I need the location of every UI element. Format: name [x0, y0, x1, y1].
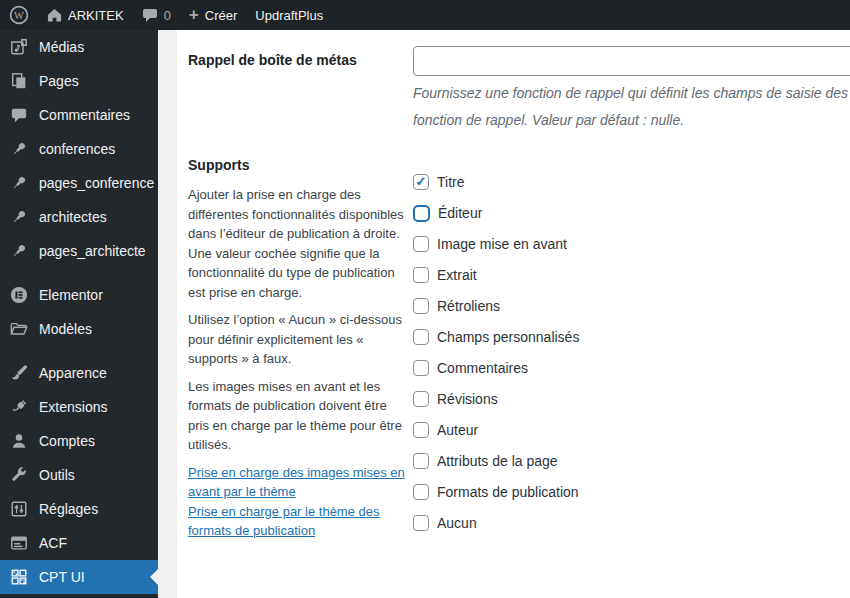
option-label: Champs personnalisés — [437, 329, 579, 345]
sidebar-item-label: Médias — [39, 39, 84, 55]
comment-bubble-icon — [142, 7, 158, 23]
option-label: Rétroliens — [437, 298, 500, 314]
sidebar-item-label: Modèles — [39, 321, 92, 337]
checkbox-revisions[interactable] — [413, 391, 429, 407]
home-icon — [47, 8, 62, 23]
appearance-brush-icon — [9, 363, 29, 383]
option-label: Image mise en avant — [437, 236, 567, 252]
checkbox-editeur[interactable] — [413, 205, 430, 222]
plus-icon: + — [189, 6, 199, 23]
sidebar-item-commentaires[interactable]: Commentaires — [0, 98, 158, 132]
pushpin-icon — [9, 139, 29, 159]
option-label: Commentaires — [437, 360, 528, 376]
sidebar-item-label: pages_conference — [39, 175, 154, 191]
option-label: Éditeur — [438, 205, 482, 221]
supports-help-paragraph: Les images mises en avant et les formats… — [188, 377, 406, 455]
sidebar-item-reglages[interactable]: Réglages — [0, 492, 158, 526]
sidebar-item-pages-conference[interactable]: pages_conference — [0, 166, 158, 200]
comments-count: 0 — [164, 8, 171, 23]
support-option-editeur[interactable]: Éditeur — [413, 204, 579, 222]
sidebar-item-pages[interactable]: Pages — [0, 64, 158, 98]
elementor-icon — [9, 285, 29, 305]
sidebar-item-label: conferences — [39, 141, 115, 157]
option-label: Formats de publication — [437, 484, 579, 500]
sidebar-item-label: Extensions — [39, 399, 107, 415]
sidebar-item-outils[interactable]: Outils — [0, 458, 158, 492]
checkbox-formats-de-publication[interactable] — [413, 484, 429, 500]
sidebar-item-architectes[interactable]: architectes — [0, 200, 158, 234]
support-option-retroliens[interactable]: Rétroliens — [413, 297, 579, 315]
supports-help-text: Ajouter la prise en charge des différent… — [188, 185, 406, 541]
checkbox-aucun[interactable] — [413, 515, 429, 531]
pushpin-icon — [9, 207, 29, 227]
sidebar-item-pages-architecte[interactable]: pages_architecte — [0, 234, 158, 268]
cptui-grid-icon — [9, 567, 29, 587]
sidebar-item-modeles[interactable]: Modèles — [0, 312, 158, 346]
sidebar-item-label: ACF — [39, 535, 67, 551]
sidebar-item-cpt-ui[interactable]: CPT UI — [0, 560, 158, 594]
sidebar-item-label: Elementor — [39, 287, 103, 303]
checkbox-extrait[interactable] — [413, 267, 429, 283]
wordpress-logo-icon: W — [9, 5, 29, 25]
settings-panel: Rappel de boîte de métas Fournissez une … — [177, 30, 850, 598]
checkbox-commentaires[interactable] — [413, 360, 429, 376]
metabox-callback-label: Rappel de boîte de métas — [188, 52, 408, 68]
plugins-icon — [9, 397, 29, 417]
sidebar-item-label: Apparence — [39, 365, 107, 381]
sidebar-item-label: Réglages — [39, 501, 98, 517]
sidebar-item-label: Commentaires — [39, 107, 130, 123]
sidebar-item-label: architectes — [39, 209, 107, 225]
site-name-menu[interactable]: ARKITEK — [38, 0, 133, 30]
sidebar-item-extensions[interactable]: Extensions — [0, 390, 158, 424]
checkbox-champs-personnalises[interactable] — [413, 329, 429, 345]
support-option-image-mise-en-avant[interactable]: Image mise en avant — [413, 235, 579, 253]
svg-text:W: W — [14, 10, 24, 21]
checkbox-retroliens[interactable] — [413, 298, 429, 314]
support-option-extrait[interactable]: Extrait — [413, 266, 579, 284]
pages-icon — [9, 71, 29, 91]
pushpin-icon — [9, 241, 29, 261]
updraftplus-menu[interactable]: UpdraftPlus — [246, 0, 332, 30]
checkbox-image-mise-en-avant[interactable] — [413, 236, 429, 252]
support-option-titre[interactable]: Titre — [413, 173, 579, 191]
sidebar-item-label: Outils — [39, 467, 75, 483]
metabox-callback-input[interactable] — [413, 46, 850, 76]
users-icon — [9, 431, 29, 451]
sidebar-item-label: Pages — [39, 73, 79, 89]
sidebar-item-apparence[interactable]: Apparence — [0, 356, 158, 390]
sidebar-item-medias[interactable]: Médias — [0, 30, 158, 64]
support-option-commentaires[interactable]: Commentaires — [413, 359, 579, 377]
sidebar-item-elementor[interactable]: Elementor — [0, 278, 158, 312]
comments-menu[interactable]: 0 — [133, 0, 180, 30]
comments-icon — [9, 105, 29, 125]
wordpress-logo-menu[interactable]: W — [0, 0, 38, 30]
featured-image-support-link[interactable]: Prise en charge des images mises en avan… — [188, 463, 406, 502]
support-option-formats-de-publication[interactable]: Formats de publication — [413, 483, 579, 501]
sidebar-item-acf[interactable]: ACF — [0, 526, 158, 560]
support-option-revisions[interactable]: Révisions — [413, 390, 579, 408]
sidebar-item-conferences[interactable]: conferences — [0, 132, 158, 166]
new-content-label: Créer — [205, 8, 238, 23]
sidebar-item-label: CPT UI — [39, 569, 85, 585]
checkbox-attributs-de-la-page[interactable] — [413, 453, 429, 469]
support-option-auteur[interactable]: Auteur — [413, 421, 579, 439]
checkbox-titre[interactable] — [413, 174, 429, 190]
support-option-attributs-de-la-page[interactable]: Attributs de la page — [413, 452, 579, 470]
pushpin-icon — [9, 173, 29, 193]
checkbox-auteur[interactable] — [413, 422, 429, 438]
support-option-aucun[interactable]: Aucun — [413, 514, 579, 532]
sidebar-item-label: Comptes — [39, 433, 95, 449]
settings-sliders-icon — [9, 499, 29, 519]
option-label: Extrait — [437, 267, 477, 283]
post-formats-support-link[interactable]: Prise en charge par le thème des formats… — [188, 502, 406, 541]
new-content-menu[interactable]: + Créer — [180, 0, 246, 30]
templates-folder-icon — [9, 319, 29, 339]
sidebar-item-comptes[interactable]: Comptes — [0, 424, 158, 458]
media-icon — [9, 37, 29, 57]
sidebar-content-gutter — [158, 30, 177, 598]
option-label: Aucun — [437, 515, 477, 531]
acf-icon — [9, 533, 29, 553]
sidebar-item-label: pages_architecte — [39, 243, 146, 259]
metabox-callback-description-line2: fonction de rappel. Valeur par défaut : … — [413, 112, 684, 128]
support-option-champs-personnalises[interactable]: Champs personnalisés — [413, 328, 579, 346]
